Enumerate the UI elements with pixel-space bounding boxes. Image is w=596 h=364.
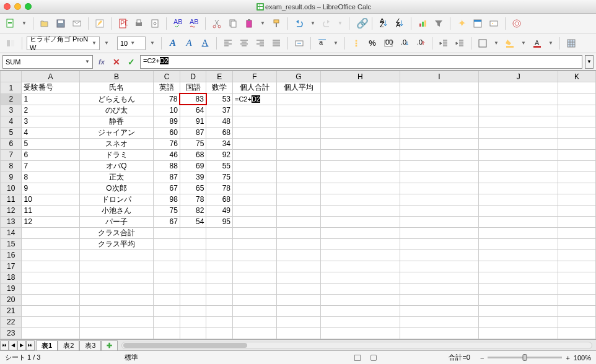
save-icon[interactable] [54, 17, 68, 30]
copy-icon[interactable] [226, 17, 240, 30]
dropdown-icon[interactable]: ▼ [20, 20, 28, 26]
cancel-icon[interactable]: ✕ [110, 56, 123, 68]
font-size-combo[interactable]: 10▼ [117, 37, 146, 50]
close-window-button[interactable] [4, 3, 11, 10]
dropdown-icon[interactable]: ▼ [519, 40, 528, 46]
dropdown-icon[interactable]: ▼ [102, 40, 111, 46]
styles-icon[interactable] [4, 37, 17, 50]
chart-icon[interactable] [416, 17, 429, 30]
new-doc-icon[interactable] [4, 17, 17, 30]
underline-icon[interactable]: A [198, 37, 212, 50]
spreadsheet-grid[interactable]: ABCDEFGHIJK 1受験番号氏名英語国語数学個人合計個人平均 21どらえも… [0, 71, 596, 339]
edit-icon[interactable] [93, 17, 107, 30]
sort-desc-icon[interactable]: ZA [393, 17, 406, 30]
spellcheck-icon[interactable]: ABC [171, 17, 185, 30]
sort-asc-icon[interactable]: AZ [377, 17, 390, 30]
bold-icon[interactable]: A [166, 37, 180, 50]
font-color-icon[interactable]: A [530, 37, 544, 50]
redo-icon[interactable] [320, 17, 333, 30]
print-icon[interactable] [132, 17, 146, 30]
bg-color-icon[interactable] [503, 37, 517, 50]
hyperlink-icon[interactable]: 🔗 [354, 17, 367, 30]
format-paint-icon[interactable] [270, 17, 283, 30]
cut-icon[interactable] [210, 17, 224, 30]
zoom-window-button[interactable] [25, 3, 32, 10]
grid-icon[interactable] [564, 37, 578, 50]
valign-top-icon[interactable]: a [315, 37, 329, 50]
table-row[interactable]: 76ドラミ466892 [1, 149, 596, 160]
dropdown-icon[interactable]: ▼ [492, 40, 501, 46]
dropdown-icon[interactable]: ▼ [148, 40, 157, 46]
table-row[interactable]: 22 [1, 316, 596, 327]
tab-prev-icon[interactable]: ◀ [9, 340, 17, 350]
dropdown-icon[interactable]: ▼ [331, 40, 340, 46]
align-justify-icon[interactable] [270, 37, 283, 50]
dropdown-icon[interactable]: ▼ [309, 20, 317, 26]
fx-icon[interactable]: fx [95, 56, 108, 68]
table-row[interactable]: 21どらえもん788353=C2+D2 [1, 93, 596, 105]
star-icon[interactable]: ✦ [455, 17, 468, 30]
zoom-out-icon[interactable]: − [480, 354, 484, 362]
zoom-in-icon[interactable]: + [566, 354, 569, 362]
sheet-tab-1[interactable]: 表1 [36, 340, 58, 350]
align-left-icon[interactable] [221, 37, 235, 50]
paste-icon[interactable] [242, 17, 256, 30]
table-row[interactable]: 54ジャイアン608768 [1, 127, 596, 138]
table-row[interactable]: 20 [1, 294, 596, 305]
remove-decimal-icon[interactable]: .0 [414, 37, 427, 50]
selection-mode-icon[interactable] [370, 355, 377, 361]
autospell-icon[interactable]: ABC [187, 17, 201, 30]
table-row[interactable]: 43静香899148 [1, 116, 596, 127]
open-icon[interactable] [38, 17, 51, 30]
add-decimal-icon[interactable]: .0 [398, 37, 411, 50]
number-format-icon[interactable]: 000 [382, 37, 395, 50]
undo-icon[interactable] [292, 17, 306, 30]
tab-last-icon[interactable]: ⏭ [26, 340, 35, 350]
tab-first-icon[interactable]: ⏮ [0, 340, 9, 350]
pdf-icon[interactable]: PDF [116, 17, 129, 30]
indent-inc-icon[interactable] [453, 37, 467, 50]
percent-icon[interactable]: % [366, 37, 379, 50]
table-row[interactable]: 16 [1, 249, 596, 261]
col-header-row[interactable]: ABCDEFGHIJK [1, 71, 596, 82]
minimize-window-button[interactable] [14, 3, 21, 10]
table-row[interactable]: 1受験番号氏名英語国語数学個人合計個人平均 [1, 82, 596, 94]
help-icon[interactable] [510, 17, 524, 30]
zoom-slider[interactable] [488, 357, 562, 358]
dropdown-icon[interactable]: ▼ [258, 20, 267, 26]
email-icon[interactable] [70, 17, 84, 30]
table-row[interactable]: 32のび太106437 [1, 105, 596, 116]
italic-icon[interactable]: A [182, 37, 196, 50]
align-center-icon[interactable] [237, 37, 251, 50]
gallery-icon[interactable] [487, 17, 501, 30]
navigator-icon[interactable] [471, 17, 484, 30]
zoom-level[interactable]: 100% [574, 354, 591, 362]
sheet-tab-3[interactable]: 表3 [79, 340, 101, 350]
table-row[interactable]: 65スネオ767534 [1, 138, 596, 149]
sheet-tab-2[interactable]: 表2 [58, 340, 79, 350]
formula-input[interactable]: =C2+D2 [140, 55, 582, 69]
borders-icon[interactable] [476, 37, 489, 50]
table-row[interactable]: 19 [1, 283, 596, 294]
indent-dec-icon[interactable] [437, 37, 450, 50]
table-row[interactable]: 14クラス合計 [1, 227, 596, 238]
horizontal-scrollbar[interactable] [121, 342, 592, 349]
dropdown-icon[interactable]: ▼ [546, 40, 555, 46]
tab-next-icon[interactable]: ▶ [17, 340, 26, 350]
table-row[interactable]: 21 [1, 305, 596, 316]
accept-icon[interactable]: ✓ [125, 56, 138, 68]
cell-reference-box[interactable]: SUM▼ [2, 55, 93, 69]
table-row[interactable]: 1312パー子675495 [1, 216, 596, 227]
table-row[interactable]: 1211小池さん758249 [1, 205, 596, 216]
preview-icon[interactable] [148, 17, 162, 30]
align-right-icon[interactable] [253, 37, 267, 50]
insert-mode-icon[interactable] [354, 355, 361, 361]
table-row[interactable]: 18 [1, 272, 596, 283]
formula-expand-icon[interactable]: ▼ [585, 55, 594, 69]
font-name-combo[interactable]: ヒラギノ角ゴ ProN W▼ [27, 37, 100, 50]
table-row[interactable]: 1110ドロンパ987868 [1, 194, 596, 205]
table-row[interactable]: 23 [1, 327, 596, 339]
table-row[interactable]: 109O次郎676578 [1, 183, 596, 194]
table-row[interactable]: 15クラス平均 [1, 238, 596, 249]
currency-icon[interactable]: ⫶ [349, 37, 363, 50]
